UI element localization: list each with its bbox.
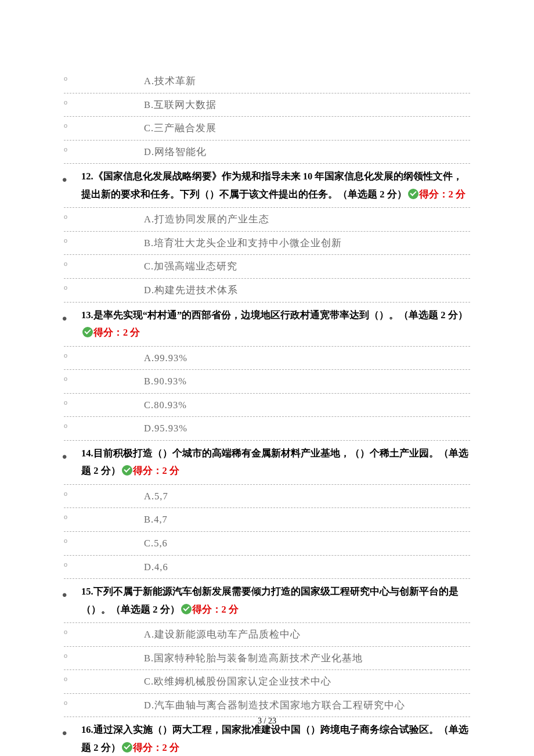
option-row: o D.构建先进技术体系: [64, 279, 470, 303]
option-row: o A.99.93%: [64, 347, 470, 370]
bullet-marker: o: [64, 560, 67, 570]
question-tag: （单选题 2 分）: [399, 309, 468, 321]
bullet-marker: o: [64, 98, 67, 107]
option-text: A.建设新能源电动车产品质检中心: [144, 629, 301, 640]
bullet-marker: o: [64, 351, 67, 361]
bullet-marker: o: [64, 74, 67, 84]
check-icon: [122, 742, 132, 753]
score-text: 得分：2 分: [93, 327, 140, 338]
bullet-marker: o: [64, 259, 67, 269]
bullet-marker: o: [64, 212, 67, 222]
question-stem: 目前积极打造（）个城市的高端稀有金属新材料产业基地，（）个稀土产业园。: [93, 448, 439, 459]
option-row: o C.加强高端业态研究: [64, 255, 470, 279]
bullet-marker: o: [64, 651, 67, 661]
score-text: 得分：2 分: [192, 604, 239, 615]
bullet-marker: o: [64, 489, 67, 499]
bullet-marker: o: [64, 627, 67, 637]
bullet-marker: o: [64, 512, 67, 522]
option-row: o C.欧维姆机械股份国家认定企业技术中心: [64, 670, 470, 694]
check-icon: [82, 327, 93, 337]
question-number: 13.: [81, 309, 93, 321]
question-number: 14.: [81, 448, 93, 459]
option-text: A.打造协同发展的产业生态: [144, 214, 269, 225]
question-number: 12.: [81, 171, 93, 182]
bullet-marker: o: [64, 283, 67, 293]
option-row: o C.5,6: [64, 532, 470, 556]
check-icon: [181, 604, 192, 614]
option-row: o A.打造协同发展的产业生态: [64, 208, 470, 232]
option-row: o B.90.93%: [64, 370, 470, 394]
option-row: o B.培育壮大龙头企业和支持中小微企业创新: [64, 232, 470, 255]
option-row: o D.4,6: [64, 556, 470, 579]
check-icon: [408, 189, 418, 199]
option-text: A.技术革新: [144, 75, 196, 87]
bullet-marker: o: [64, 236, 67, 246]
option-text: D.4,6: [144, 561, 168, 573]
option-text: D.95.93%: [144, 423, 187, 434]
question-body: 13.是率先实现“村村通”的西部省份，边境地区行政村通宽带率达到（）。（单选题 …: [81, 307, 470, 342]
score-text: 得分：2 分: [419, 189, 466, 200]
bullet-marker: o: [64, 698, 67, 708]
question-body: 14.目前积极打造（）个城市的高端稀有金属新材料产业基地，（）个稀土产业园。（单…: [81, 445, 470, 480]
question-row: 13.是率先实现“村村通”的西部省份，边境地区行政村通宽带率达到（）。（单选题 …: [64, 303, 470, 347]
bullet-marker: o: [64, 421, 67, 431]
option-text: D.构建先进技术体系: [144, 285, 238, 296]
option-row: o C.三产融合发展: [64, 117, 470, 141]
option-text: B.90.93%: [144, 376, 187, 387]
option-row: o D.汽车曲轴与离合器制造技术国家地方联合工程研究中心: [64, 694, 470, 718]
option-text: C.三产融合发展: [144, 123, 217, 134]
page-footer: 3 / 23: [0, 717, 534, 726]
option-text: B.培育壮大龙头企业和支持中小微企业创新: [144, 237, 342, 249]
bullet-marker: o: [64, 145, 67, 154]
question-stem: 通过深入实施（）两大工程，国家批准建设中国（）跨境电子商务综合试验区。: [93, 724, 439, 735]
bullet-marker: o: [64, 536, 67, 546]
option-row: o A.技术革新: [64, 70, 470, 93]
question-row: 15.下列不属于新能源汽车创新发展需要倾力打造的国家级工程研究中心与创新平台的是…: [64, 579, 470, 623]
option-text: B.4,7: [144, 514, 168, 525]
option-text: A.5,7: [144, 491, 168, 502]
bullet-marker: o: [64, 121, 67, 131]
score-text: 得分：2 分: [133, 465, 179, 476]
question-list: o A.技术革新 o B.互联网大数据 o C.三产融合发展 o D.网络智能化…: [64, 70, 470, 756]
question-tag: （单选题 2 分）: [338, 189, 407, 200]
question-number: 16.: [81, 724, 93, 735]
option-row: o A.建设新能源电动车产品质检中心: [64, 623, 470, 647]
check-icon: [122, 465, 132, 476]
option-row: o B.互联网大数据: [64, 93, 470, 117]
question-row: 12.《国家信息化发展战略纲要》作为规和指导未来 10 年国家信息化发展的纲领性…: [64, 164, 470, 208]
question-body: 15.下列不属于新能源汽车创新发展需要倾力打造的国家级工程研究中心与创新平台的是…: [81, 583, 470, 618]
option-text: C.5,6: [144, 538, 168, 549]
option-text: C.80.93%: [144, 399, 187, 411]
question-body: 16.通过深入实施（）两大工程，国家批准建设中国（）跨境电子商务综合试验区。（单…: [81, 721, 470, 756]
question-body: 12.《国家信息化发展战略纲要》作为规和指导未来 10 年国家信息化发展的纲领性…: [81, 168, 470, 203]
question-stem: 是率先实现“村村通”的西部省份，边境地区行政村通宽带率达到（）。: [93, 309, 399, 321]
document-page: o A.技术革新 o B.互联网大数据 o C.三产融合发展 o D.网络智能化…: [0, 0, 534, 756]
bullet-marker: o: [64, 674, 67, 684]
option-text: C.欧维姆机械股份国家认定企业技术中心: [144, 676, 331, 687]
question-row: 14.目前积极打造（）个城市的高端稀有金属新材料产业基地，（）个稀土产业园。（单…: [64, 441, 470, 485]
option-row: o A.5,7: [64, 485, 470, 509]
bullet-marker: o: [64, 374, 67, 384]
option-text: B.国家特种轮胎与装备制造高新技术产业化基地: [144, 653, 363, 664]
option-row: o B.4,7: [64, 508, 470, 532]
question-number: 15.: [81, 586, 93, 597]
option-row: o D.95.93%: [64, 417, 470, 441]
question-tag: （单选题 2 分）: [111, 604, 180, 615]
option-row: o B.国家特种轮胎与装备制造高新技术产业化基地: [64, 647, 470, 671]
bullet-marker: o: [64, 398, 67, 408]
option-row: o D.网络智能化: [64, 141, 470, 164]
option-text: C.加强高端业态研究: [144, 261, 237, 272]
score-text: 得分：2 分: [133, 742, 179, 753]
option-text: A.99.93%: [144, 352, 187, 363]
option-text: B.互联网大数据: [144, 99, 217, 110]
option-row: o C.80.93%: [64, 394, 470, 417]
option-text: D.汽车曲轴与离合器制造技术国家地方联合工程研究中心: [144, 700, 405, 711]
option-text: D.网络智能化: [144, 146, 207, 157]
